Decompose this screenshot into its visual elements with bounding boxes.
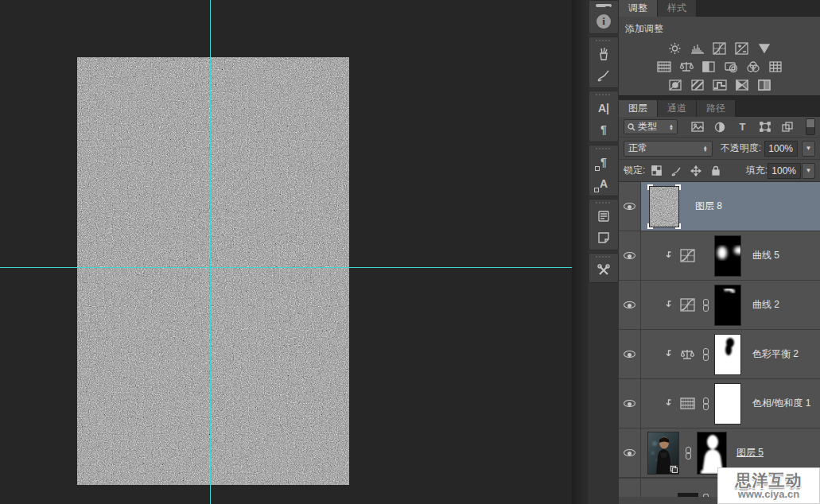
layer-comps-panel-button[interactable] <box>589 205 618 227</box>
layer-name[interactable]: 图层 8 <box>695 200 722 213</box>
tab-channels[interactable]: 通道 <box>658 100 697 117</box>
black-white-icon[interactable] <box>701 60 717 73</box>
adjustments-panel-body: 添加调整 <box>619 17 820 95</box>
curves-adjustment-icon[interactable] <box>678 297 697 313</box>
hue-saturation-adjustment-icon[interactable] <box>678 396 697 412</box>
updown-arrows-icon: ▲▼ <box>703 145 708 152</box>
threshold-icon[interactable] <box>712 78 728 91</box>
notes-panel-button[interactable] <box>589 227 618 248</box>
dock-drag-handle[interactable] <box>589 200 618 205</box>
filter-adjustment-layers-icon[interactable] <box>713 121 727 134</box>
dock-drag-handle[interactable] <box>589 145 618 151</box>
brush-panel-button[interactable] <box>589 64 618 86</box>
dock-group-comps <box>589 199 619 250</box>
opacity-input[interactable]: 100% <box>764 141 798 157</box>
layer-row-huesat1[interactable]: 色相/饱和度 1 <box>619 379 820 428</box>
blend-mode-select[interactable]: 正常 ▲▼ <box>624 141 713 157</box>
character-styles-panel-button[interactable]: A <box>589 173 618 194</box>
photo-filter-icon[interactable] <box>723 60 739 73</box>
layer-mask-thumbnail[interactable] <box>714 383 741 425</box>
visibility-toggle[interactable] <box>619 231 641 280</box>
noise-layer-image[interactable] <box>77 57 349 485</box>
opacity-dropdown-button[interactable]: ▼ <box>802 141 815 157</box>
dock-group-type: A| ¶ <box>589 91 619 142</box>
layer-name[interactable]: 图层 5 <box>736 446 764 459</box>
paragraph-panel-button[interactable]: ¶ <box>589 118 618 140</box>
layer-row-curves2[interactable]: 曲线 2 <box>619 281 820 330</box>
exposure-icon[interactable] <box>734 41 750 55</box>
layer-row-layer8[interactable]: 图层 8 <box>619 182 820 231</box>
mask-link-icon[interactable] <box>684 447 692 459</box>
lock-transparency-icon[interactable] <box>650 165 663 177</box>
adjustment-icons-row-3 <box>619 76 820 94</box>
character-icon: A| <box>598 102 609 114</box>
dock-drag-handle[interactable] <box>589 37 618 43</box>
lock-position-icon[interactable] <box>690 165 702 177</box>
eye-icon <box>624 400 635 407</box>
lock-pixels-icon[interactable] <box>670 165 682 177</box>
mask-link-icon[interactable] <box>701 348 709 361</box>
paragraph-styles-panel-button[interactable]: ¶ <box>589 151 618 173</box>
channel-mixer-icon[interactable] <box>745 60 761 73</box>
levels-icon[interactable] <box>690 41 705 55</box>
filter-smart-objects-icon[interactable] <box>780 121 795 134</box>
hue-saturation-icon[interactable] <box>656 60 672 73</box>
fill-input[interactable]: 100% <box>768 163 801 179</box>
tab-adjustments[interactable]: 调整 <box>619 0 658 17</box>
document-canvas[interactable] <box>0 0 572 504</box>
dock-drag-handle[interactable] <box>589 254 618 259</box>
visibility-toggle[interactable] <box>619 281 641 329</box>
paragraph-styles-icon: ¶ <box>600 156 607 169</box>
info-panel-button[interactable]: i <box>589 10 618 32</box>
brightness-contrast-icon[interactable] <box>667 41 683 55</box>
layer-filtering-toggle[interactable] <box>806 118 815 135</box>
collapsed-panel-partial-icon[interactable] <box>589 1 618 10</box>
curves-icon[interactable] <box>712 41 728 55</box>
vertical-guide[interactable] <box>210 0 211 504</box>
layer-thumbnail-photo[interactable] <box>647 432 679 475</box>
vibrance-icon[interactable] <box>756 41 772 55</box>
color-balance-adjustment-icon[interactable] <box>678 347 697 362</box>
tab-styles[interactable]: 样式 <box>658 0 697 17</box>
filter-kind-select[interactable]: 类型 ▲▼ <box>624 119 678 134</box>
invert-icon[interactable] <box>667 78 683 91</box>
visibility-toggle[interactable] <box>619 330 641 378</box>
color-balance-icon[interactable] <box>678 60 694 73</box>
filter-pixel-layers-icon[interactable] <box>690 121 705 134</box>
tab-layers[interactable]: 图层 <box>619 100 658 117</box>
posterize-icon[interactable] <box>690 78 705 91</box>
tab-paths[interactable]: 路径 <box>697 100 736 117</box>
visibility-toggle[interactable] <box>619 182 641 231</box>
layer-row-colorbalance2[interactable]: 色彩平衡 2 <box>619 330 820 379</box>
layer-name[interactable]: 色彩平衡 2 <box>752 347 799 361</box>
layer-mask-thumbnail[interactable] <box>714 235 741 277</box>
filter-shape-layers-icon[interactable] <box>758 121 772 134</box>
layer-thumbnail-noise[interactable] <box>649 186 679 227</box>
horizontal-guide[interactable] <box>0 267 572 268</box>
character-panel-button[interactable]: A| <box>589 97 618 118</box>
lock-all-icon[interactable] <box>709 165 722 177</box>
dock-drag-handle[interactable] <box>589 91 618 97</box>
filter-type-icons: T <box>682 121 803 134</box>
tool-presets-icon <box>597 263 611 277</box>
layer-row-curves5[interactable]: 曲线 5 <box>619 231 820 281</box>
gradient-map-icon[interactable] <box>734 78 750 91</box>
layer-name[interactable]: 色相/饱和度 1 <box>752 397 810 410</box>
layer-name[interactable]: 曲线 2 <box>752 298 779 312</box>
layer-name[interactable]: 曲线 5 <box>752 249 779 262</box>
mask-link-icon[interactable] <box>701 299 709 312</box>
selective-color-icon[interactable] <box>756 78 772 91</box>
layer-comps-icon <box>597 209 611 223</box>
visibility-toggle[interactable] <box>619 428 641 477</box>
tool-presets-panel-button[interactable] <box>589 259 618 281</box>
filter-kind-label: 类型 <box>638 120 666 134</box>
layer-mask-thumbnail[interactable] <box>714 285 741 326</box>
fill-dropdown-button[interactable]: ▼ <box>802 163 815 179</box>
brush-presets-panel-button[interactable] <box>589 43 618 64</box>
curves-adjustment-icon[interactable] <box>678 248 697 264</box>
color-lookup-icon[interactable] <box>768 60 783 73</box>
layer-mask-thumbnail[interactable] <box>714 334 741 375</box>
filter-type-layers-icon[interactable]: T <box>735 121 749 134</box>
mask-link-icon[interactable] <box>701 397 709 410</box>
visibility-toggle[interactable] <box>619 379 641 428</box>
